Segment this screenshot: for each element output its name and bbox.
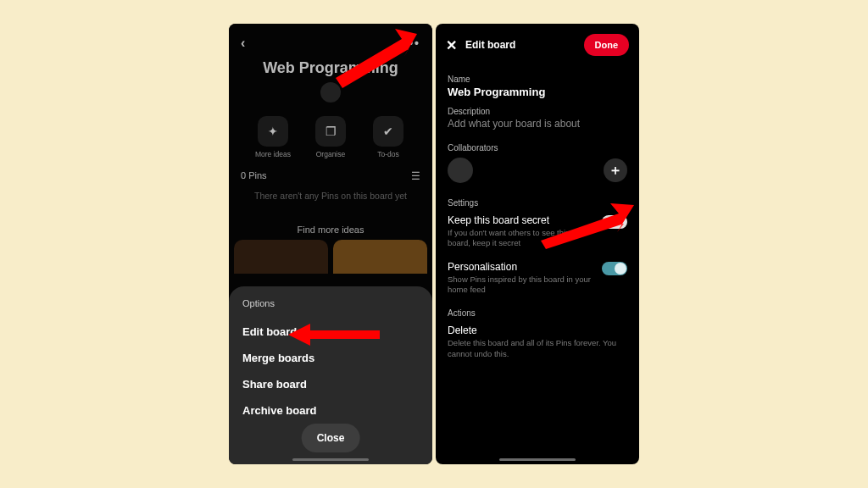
name-label: Name [448,75,627,84]
options-heading: Options [242,298,419,308]
collaborator-avatar[interactable] [448,158,473,183]
todos-button[interactable]: ✔ To-dos [364,116,412,158]
sparkle-icon: ✦ [258,116,288,147]
secret-toggle[interactable] [602,215,627,229]
secret-toggle-help: If you don't want others to see this boa… [448,228,593,249]
secret-toggle-label: Keep this board secret [448,214,593,226]
edit-board-option[interactable]: Edit board [242,319,419,345]
collaborators-label: Collaborators [448,143,627,152]
close-icon[interactable]: ✕ [446,37,457,53]
empty-state-text: There aren't any Pins on this board yet [246,191,415,201]
options-sheet: Options Edit board Merge boards Share bo… [229,286,432,464]
check-icon: ✔ [373,116,403,147]
personalisation-toggle-help: Show Pins inspired by this board in your… [448,274,593,296]
find-more-heading: Find more ideas [229,225,432,235]
edit-board-screen: ✕ Edit board Done Name Web Programming D… [436,24,639,464]
filter-icon[interactable]: ☰ [411,170,420,182]
archive-board-option[interactable]: Archive board [242,397,419,424]
description-label: Description [448,107,627,116]
home-indicator [292,458,369,461]
back-icon[interactable]: ‹ [241,36,245,51]
settings-label: Settings [448,198,627,208]
home-indicator [499,458,576,461]
add-collaborator-button[interactable]: ＋ [604,158,627,182]
pins-count: 0 Pins [241,170,267,182]
delete-board-help: Delete this board and all of its Pins fo… [448,338,627,359]
close-button[interactable]: Close [302,424,360,452]
actions-label: Actions [448,308,627,318]
description-field[interactable]: Add what your board is about [448,118,627,130]
board-view-screen: ‹ ••• Web Programming ✦ More ideas ❐ Org… [229,24,432,464]
organise-icon: ❐ [315,116,346,147]
idea-thumb[interactable] [234,240,328,274]
board-title: Web Programming [229,59,432,77]
owner-avatar [320,82,341,103]
personalisation-toggle-label: Personalisation [448,261,593,273]
name-field[interactable]: Web Programming [448,86,627,98]
merge-boards-option[interactable]: Merge boards [242,345,419,371]
overflow-menu-icon[interactable]: ••• [403,36,420,50]
share-board-option[interactable]: Share board [242,371,419,397]
personalisation-toggle[interactable] [602,262,627,275]
done-button[interactable]: Done [584,34,630,56]
organise-button[interactable]: ❐ Organise [307,116,354,158]
more-ideas-button[interactable]: ✦ More ideas [249,116,297,158]
delete-board-button[interactable]: Delete [448,324,627,336]
idea-thumb[interactable] [333,240,427,274]
screen-title: Edit board [465,39,515,51]
